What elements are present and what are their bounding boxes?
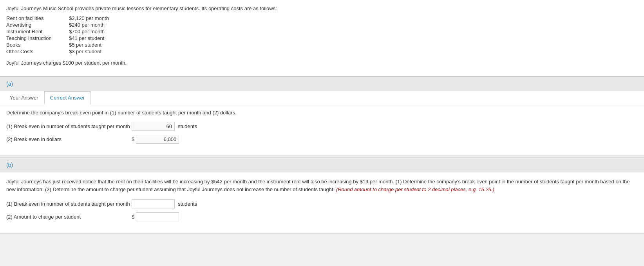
page-wrapper: Joyful Journeys Music School provides pr… [0,0,644,233]
section-b-desc-part1: Joyful Journeys has just received notice… [6,179,630,192]
section-b-questions: (1) Break even in number of students tau… [6,199,638,221]
cost-label: Teaching Instruction [6,35,69,41]
cost-label: Rent on facilities [6,15,69,21]
cost-value: $5 per student [69,42,101,48]
question-label: (1) Break even in number of students tau… [6,201,132,207]
unit-label: students [178,123,197,129]
question-row: (1) Break even in number of students tau… [6,199,638,208]
dollar-sign: $ [132,136,134,142]
cost-row: Other Costs$3 per student [6,49,638,54]
answer-input-a-2[interactable] [136,135,179,144]
section-a-questions: (1) Break even in number of students tau… [6,122,638,144]
cost-label: Advertising [6,22,69,28]
section-a-description: Determine the company's break-even point… [6,110,638,116]
cost-row: Instrument Rent$700 per month [6,29,638,34]
cost-label: Other Costs [6,49,69,54]
question-label: (2) Break even in dollars [6,136,132,142]
cost-table: Rent on facilities$2,120 per monthAdvert… [6,15,638,54]
cost-value: $41 per student [69,35,104,41]
section-a-label: (a) [6,81,13,87]
cost-row: Advertising$240 per month [6,22,638,28]
cost-row: Books$5 per student [6,42,638,48]
question-row: (1) Break even in number of students tau… [6,122,638,131]
question-label: (2) Amount to charge per student [6,214,132,220]
cost-row: Rent on facilities$2,120 per month [6,15,638,21]
tab-content-a: Determine the company's break-even point… [0,104,644,156]
answer-input-b-1[interactable] [132,199,175,208]
question-label: (1) Break even in number of students tau… [6,123,132,129]
section-b-description: Joyful Journeys has just received notice… [6,178,638,193]
charge-text: Joyful Journeys charges $100 per student… [6,60,638,66]
section-b-header: (b) [0,157,644,172]
tab-your-answer[interactable]: Your Answer [4,91,44,104]
intro-section: Joyful Journeys Music School provides pr… [0,0,644,76]
cost-value: $240 per month [69,22,105,28]
question-row: (2) Amount to charge per student$ [6,212,638,221]
section-a-answer: Your Answer Correct Answer Determine the… [0,91,644,156]
tabs: Your Answer Correct Answer [0,91,644,104]
tab-correct-answer[interactable]: Correct Answer [44,91,91,104]
unit-label: students [178,201,197,207]
question-row: (2) Break even in dollars$ [6,135,638,144]
intro-opening: Joyful Journeys Music School provides pr… [6,5,638,11]
cost-label: Instrument Rent [6,29,69,34]
cost-value: $700 per month [69,29,105,34]
section-b-desc-red: (Round amount to charge per student to 2… [336,186,494,192]
dollar-sign: $ [132,214,134,220]
section-a-header: (a) [0,76,644,91]
cost-value: $2,120 per month [69,15,109,21]
cost-row: Teaching Instruction$41 per student [6,35,638,41]
section-b-content: Joyful Journeys has just received notice… [0,172,644,233]
cost-value: $3 per student [69,49,101,54]
answer-input-a-1[interactable] [132,122,175,131]
cost-label: Books [6,42,69,48]
answer-input-b-2[interactable] [136,212,179,221]
section-b-label: (b) [6,162,13,168]
